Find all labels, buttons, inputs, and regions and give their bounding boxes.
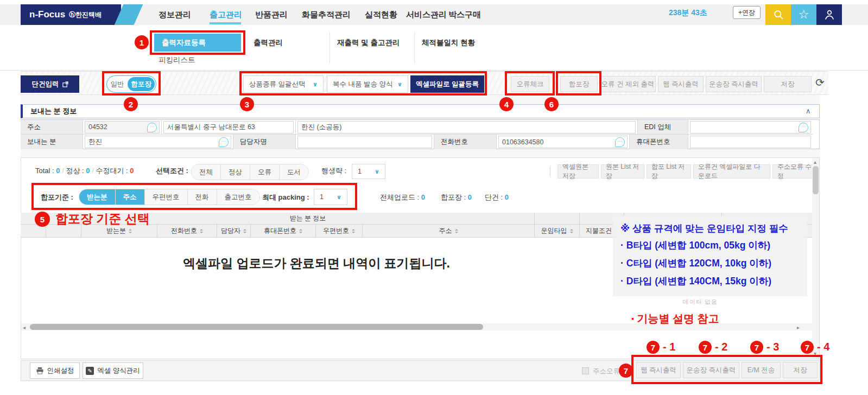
sort-icon[interactable] bbox=[455, 229, 458, 233]
row-skip-select[interactable]: 1 ∨ bbox=[352, 164, 385, 179]
col-manager[interactable]: 담당자 bbox=[217, 225, 251, 238]
mobile-label-text: 휴대폰번호 bbox=[636, 137, 670, 146]
sort-icon[interactable] bbox=[243, 229, 246, 233]
sort-icon[interactable] bbox=[299, 229, 302, 233]
pack-by-order-no[interactable]: 출고번호 bbox=[217, 189, 259, 205]
submenu-item-volume-mismatch[interactable]: 체적불일치 현황 bbox=[422, 38, 475, 48]
edi-search-icon[interactable]: ··· bbox=[799, 123, 808, 132]
extend-session-button[interactable]: +연장 bbox=[733, 6, 761, 19]
sort-icon[interactable] bbox=[570, 229, 573, 233]
submenu-item-picking-list[interactable]: 피킹리스트 bbox=[159, 55, 195, 65]
excel-bulk-register-button[interactable]: 엑셀파일로 일괄등록 bbox=[410, 75, 484, 93]
col-fare-type[interactable]: 운임타입 bbox=[535, 225, 580, 238]
sender-section-header[interactable]: 보내는 분 정보 bbox=[21, 104, 820, 118]
pack-by-zip[interactable]: 우편번호 bbox=[145, 189, 188, 205]
annotation-badge-7-1: 7 bbox=[647, 341, 660, 354]
pack-by-phone[interactable]: 전화 bbox=[188, 189, 217, 205]
search-button[interactable] bbox=[765, 4, 791, 25]
phone-label: 전화번호 bbox=[434, 135, 497, 149]
submenu-item-reprint[interactable]: 재출력 및 출고관리 bbox=[337, 38, 400, 48]
combine-packing-button[interactable]: 합포장 bbox=[560, 76, 598, 92]
addr1-input[interactable] bbox=[163, 121, 294, 133]
annotation-badge-7-4: 7 bbox=[801, 341, 814, 354]
edi-input[interactable] bbox=[690, 121, 811, 133]
nav-service-mgmt[interactable]: 서비스관리 bbox=[406, 10, 447, 20]
scroll-left-icon[interactable]: ◂ bbox=[23, 324, 26, 330]
address-error-fix-button[interactable]: 주소오류 수정 bbox=[772, 164, 817, 179]
print-excluding-errors-button[interactable]: 오류 건 제외 출력 bbox=[600, 76, 656, 92]
nav-performance[interactable]: 실적현황 bbox=[365, 10, 397, 20]
fare-type-c: · C타입 (세변합 120CM, 10kg 이하) bbox=[620, 254, 807, 272]
sort-icon[interactable] bbox=[352, 229, 355, 233]
em-transfer-button[interactable]: E/M 전송 bbox=[742, 362, 781, 378]
nav-tracking[interactable]: 화물추적관리 bbox=[302, 10, 351, 20]
sender-search-icon[interactable]: ··· bbox=[219, 137, 229, 147]
col-phone[interactable]: 전화번호 bbox=[157, 225, 217, 238]
vertical-scrollbar-thumb[interactable] bbox=[813, 166, 819, 194]
bottom-save-button[interactable]: 저장 bbox=[783, 362, 818, 378]
sort-icon[interactable] bbox=[200, 229, 203, 233]
address-error-checkbox[interactable] bbox=[582, 367, 589, 374]
max-packing-select[interactable]: 1 ∨ bbox=[314, 189, 347, 205]
excel-original-save-button[interactable]: 엑셀원본저장 bbox=[557, 164, 599, 179]
pack-by-receiver[interactable]: 받는분 bbox=[79, 189, 116, 205]
product-type-select[interactable]: 상품종류 일괄선택 ∨ bbox=[243, 75, 324, 93]
nav-returns-mgmt[interactable]: 반품관리 bbox=[255, 10, 288, 20]
combined-list-save-button[interactable]: 합포 List 저장 bbox=[647, 164, 691, 179]
pack-by-address[interactable]: 주소 bbox=[116, 189, 145, 205]
col-mobile[interactable]: 휴대폰번호 bbox=[251, 225, 316, 238]
scroll-right-icon[interactable]: ▸ bbox=[797, 324, 800, 330]
addr2-cell bbox=[296, 120, 638, 135]
bottom-waybill-instant-print-button[interactable]: 운송장 즉시출력 bbox=[683, 362, 739, 378]
phone-search-icon[interactable]: ··· bbox=[615, 137, 625, 147]
original-list-save-button[interactable]: 원본 List 저장 bbox=[601, 164, 644, 179]
col-zip[interactable]: 우편번호 bbox=[316, 225, 363, 238]
addr2-input[interactable] bbox=[297, 121, 636, 133]
app-logo: n-Focus ⓗ한진택배 bbox=[21, 4, 121, 25]
filter-island[interactable]: 도서 bbox=[280, 164, 308, 180]
zip-label: 주소 bbox=[21, 120, 83, 135]
web-instant-print-button[interactable]: 웹 즉시출력 bbox=[658, 76, 704, 92]
filter-normal[interactable]: 정상 bbox=[221, 164, 250, 180]
error-check-button[interactable]: 오류체크 bbox=[511, 76, 549, 92]
bottom-web-instant-print-button[interactable]: 웹 즉시출력 bbox=[636, 362, 681, 378]
pack-select-note: 합포장 기준 선택 bbox=[55, 211, 150, 227]
packing-mode-toggle[interactable]: 일반 합포장 bbox=[106, 75, 156, 93]
save-button[interactable]: 저장 bbox=[764, 76, 812, 92]
col-fare-type-label: 운임타입 bbox=[541, 226, 567, 235]
refresh-icon[interactable]: ⟳ bbox=[815, 76, 825, 89]
mobile-input[interactable] bbox=[690, 136, 811, 148]
annotation-suffix-7-2: - 2 bbox=[715, 341, 727, 353]
excel-form-mgmt-button[interactable]: ✎ 엑셀 양식관리 bbox=[83, 362, 143, 379]
filter-error[interactable]: 오류 bbox=[250, 164, 280, 180]
single-entry-button[interactable]: 단건입력 bbox=[21, 75, 79, 93]
submenu-item-print-mgmt[interactable]: 출력관리 bbox=[254, 38, 283, 48]
nav-info-mgmt[interactable]: 정보관리 bbox=[159, 10, 191, 20]
toggle-general-option[interactable]: 일반 bbox=[107, 80, 128, 89]
sender-input[interactable] bbox=[85, 136, 231, 148]
scroll-up-icon[interactable]: ▴ bbox=[814, 159, 816, 165]
sort-icon[interactable] bbox=[129, 229, 132, 233]
submenu-item-print-data-register[interactable]: 출력자료등록 bbox=[154, 34, 241, 52]
manager-input[interactable] bbox=[297, 136, 432, 148]
annotation-suffix-7-1: - 1 bbox=[663, 341, 675, 353]
col-address[interactable]: 주소 bbox=[363, 225, 535, 238]
filter-all[interactable]: 전체 bbox=[192, 164, 221, 180]
error-excel-download-button[interactable]: 오류건 엑셀파일로 다운로드 bbox=[693, 164, 770, 179]
multi-item-format-select[interactable]: 복수 내품 발송 양식 ∨ bbox=[327, 75, 408, 93]
account-button[interactable] bbox=[816, 4, 842, 25]
collapse-chevron-icon[interactable]: ∧ bbox=[806, 107, 811, 115]
toggle-combined-option[interactable]: 합포장 bbox=[128, 77, 155, 91]
favorites-button[interactable]: ☆ bbox=[791, 4, 816, 25]
print-settings-button[interactable]: 인쇄설정 bbox=[30, 362, 80, 379]
empty-grid-message: 엑셀파일 업로드가 완료되면 내역이 표기됩니다. bbox=[21, 255, 612, 272]
submenu-divider bbox=[414, 33, 415, 63]
zip-search-icon[interactable]: ··· bbox=[147, 123, 157, 132]
nav-box-purchase[interactable]: 박스구매 bbox=[448, 10, 481, 20]
horizontal-scrollbar-thumb[interactable] bbox=[30, 324, 483, 330]
nav-outbound-mgmt[interactable]: 출고관리 bbox=[210, 10, 242, 20]
fare-type-note-title: ※ 상품 규격에 맞는 운임타입 지정 필수 bbox=[620, 220, 807, 237]
scroll-down-icon[interactable]: ▾ bbox=[814, 351, 816, 356]
waybill-instant-print-button[interactable]: 운송장 즉시출력 bbox=[706, 76, 762, 92]
phone-input[interactable] bbox=[498, 136, 628, 148]
